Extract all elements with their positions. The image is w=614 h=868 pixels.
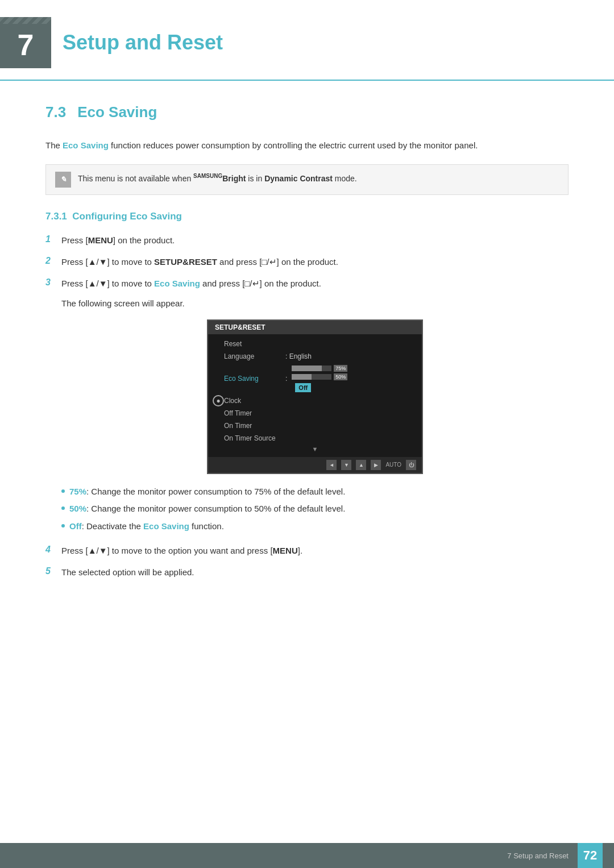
chapter-title: Setup and Reset bbox=[63, 31, 223, 55]
footer: 7 Setup and Reset 72 bbox=[0, 843, 614, 868]
btn-up: ▲ bbox=[356, 460, 366, 470]
step-4: 4 Press [▲/▼] to move to the option you … bbox=[45, 544, 569, 558]
footer-page-number: 72 bbox=[578, 843, 603, 868]
intro-paragraph: The Eco Saving function reduces power co… bbox=[45, 138, 569, 153]
progress-bars: 75% 50% Off bbox=[292, 365, 347, 392]
step-4-text: Press [▲/▼] to move to the option you wa… bbox=[61, 544, 302, 558]
step-5-text: The selected option will be applied. bbox=[61, 566, 194, 579]
bullet-dot-3 bbox=[61, 524, 65, 528]
menu-label-language: Language bbox=[224, 352, 281, 360]
menu-row-eco-saving: Eco Saving : 75% 5 bbox=[208, 363, 422, 394]
bright-label: Bright bbox=[222, 173, 246, 182]
bar-50-label: 50% bbox=[334, 373, 347, 380]
menu-key-1: MENU bbox=[88, 235, 113, 245]
menu-value-language: : English bbox=[285, 352, 312, 360]
eco-saving-bullet: Eco Saving bbox=[143, 521, 189, 531]
bullet-bold-75: 75% bbox=[69, 487, 86, 496]
setup-reset-bold: SETUP&RESET bbox=[154, 257, 217, 267]
menu-label-reset: Reset bbox=[224, 340, 281, 348]
menu-label-clock: Clock bbox=[224, 397, 281, 405]
menu-row-language: Language : English bbox=[208, 350, 422, 363]
eco-saving-bold: Eco Saving bbox=[63, 140, 109, 150]
step-1-number: 1 bbox=[45, 234, 57, 244]
step-5: 5 The selected option will be applied. bbox=[45, 566, 569, 579]
menu-label-eco-saving: Eco Saving bbox=[224, 375, 281, 383]
subsection-title: Configuring Eco Saving bbox=[72, 211, 182, 222]
menu-row-on-timer-source: On Timer Source bbox=[208, 432, 422, 445]
chapter-number-box: 7 bbox=[0, 17, 51, 68]
main-content: 7.3Eco Saving The Eco Saving function re… bbox=[0, 103, 614, 579]
step-1-text: Press [MENU] on the product. bbox=[61, 234, 175, 247]
steps-4-5: 4 Press [▲/▼] to move to the option you … bbox=[45, 544, 569, 579]
note-text-part3: mode. bbox=[333, 173, 357, 182]
bullet-text-50: 50%: Change the monitor power consumptio… bbox=[69, 502, 345, 516]
bar-75-label: 75% bbox=[334, 365, 347, 372]
bullet-dot-2 bbox=[61, 506, 65, 510]
intro-text-part2: function reduces power consumption by co… bbox=[109, 140, 478, 150]
note-text: This menu is not available when SAMSUNGB… bbox=[78, 172, 357, 185]
btn-auto: AUTO bbox=[385, 462, 401, 468]
btn-right: ▶ bbox=[371, 460, 381, 470]
menu-label-on-timer-source: On Timer Source bbox=[224, 434, 281, 442]
menu-label-on-timer: On Timer bbox=[224, 422, 281, 430]
step-2-text: Press [▲/▼] to move to SETUP&RESET and p… bbox=[61, 255, 338, 269]
menu-key-4: MENU bbox=[273, 546, 298, 555]
bullet-off: Off: Deactivate the Eco Saving function. bbox=[61, 520, 569, 533]
chapter-header: 7 Setup and Reset bbox=[0, 0, 614, 81]
step-5-number: 5 bbox=[45, 566, 57, 576]
menu-row-on-timer: On Timer bbox=[208, 420, 422, 432]
dynamic-contrast-label: Dynamic Contrast bbox=[264, 173, 333, 182]
bullet-dot-1 bbox=[61, 489, 65, 493]
step-2-number: 2 bbox=[45, 256, 57, 266]
note-text-part1: This menu is not available when bbox=[78, 173, 193, 182]
step-3: 3 Press [▲/▼] to move to Eco Saving and … bbox=[45, 277, 569, 290]
bar-50-row: 50% bbox=[292, 373, 347, 380]
off-label: Off bbox=[295, 383, 311, 392]
scroll-indicator: ▼ bbox=[208, 445, 422, 454]
bullet-text-off: Off: Deactivate the Eco Saving function. bbox=[69, 520, 224, 533]
subsection-heading: 7.3.1 Configuring Eco Saving bbox=[45, 211, 569, 222]
screen-bottom-bar: ◄ ▼ ▲ ▶ AUTO ⏻ bbox=[208, 457, 422, 473]
btn-down: ▼ bbox=[341, 460, 351, 470]
screen-container: SETUP&RESET Reset Language : English Eco… bbox=[61, 319, 569, 474]
screen-mockup: SETUP&RESET Reset Language : English Eco… bbox=[207, 319, 423, 474]
samsung-magic-label: SAMSUNG bbox=[193, 173, 222, 179]
menu-row-off-timer: Off Timer bbox=[208, 407, 422, 420]
menu-row-clock: ● Clock bbox=[208, 394, 422, 407]
section-heading: 7.3Eco Saving bbox=[45, 103, 569, 121]
bullet-75: 75%: Change the monitor power consumptio… bbox=[61, 485, 569, 499]
bar-75-row: 75% bbox=[292, 365, 347, 372]
section-title: Eco Saving bbox=[77, 103, 157, 121]
step-3-text: Press [▲/▼] to move to Eco Saving and pr… bbox=[61, 277, 321, 290]
bar-75-fill bbox=[292, 366, 322, 371]
menu-colon-eco: : bbox=[285, 375, 287, 383]
menu-label-off-timer: Off Timer bbox=[224, 409, 281, 417]
off-indicator: Off bbox=[292, 382, 347, 392]
note-box: ✎ This menu is not available when SAMSUN… bbox=[45, 164, 569, 195]
btn-left: ◄ bbox=[326, 460, 337, 470]
screen-title-bar: SETUP&RESET bbox=[208, 321, 422, 334]
bar-50-bg bbox=[292, 374, 331, 380]
step-1: 1 Press [MENU] on the product. bbox=[45, 234, 569, 247]
step-3-number: 3 bbox=[45, 277, 57, 288]
bar-50-fill bbox=[292, 374, 312, 380]
chapter-number: 7 bbox=[18, 28, 34, 62]
subsection-number: 7.3.1 bbox=[45, 211, 67, 222]
section-number: 7.3 bbox=[45, 103, 66, 121]
footer-text: 7 Setup and Reset bbox=[507, 852, 569, 860]
intro-text-part1: The bbox=[45, 140, 63, 150]
step-4-number: 4 bbox=[45, 545, 57, 555]
step-2: 2 Press [▲/▼] to move to SETUP&RESET and… bbox=[45, 255, 569, 269]
bullet-bold-50: 50% bbox=[69, 504, 86, 513]
step-3-sub: The following screen will appear. bbox=[61, 298, 569, 308]
btn-power: ⏻ bbox=[406, 460, 416, 470]
bar-75-bg bbox=[292, 366, 331, 371]
note-icon: ✎ bbox=[55, 172, 71, 188]
screen-content: Reset Language : English Eco Saving : bbox=[208, 334, 422, 457]
bullet-text-75: 75%: Change the monitor power consumptio… bbox=[69, 485, 345, 499]
bullet-50: 50%: Change the monitor power consumptio… bbox=[61, 502, 569, 516]
gear-icon: ● bbox=[213, 395, 224, 406]
menu-row-reset: Reset bbox=[208, 338, 422, 350]
steps-list: 1 Press [MENU] on the product. 2 Press [… bbox=[45, 234, 569, 308]
eco-saving-step3: Eco Saving bbox=[154, 279, 200, 288]
